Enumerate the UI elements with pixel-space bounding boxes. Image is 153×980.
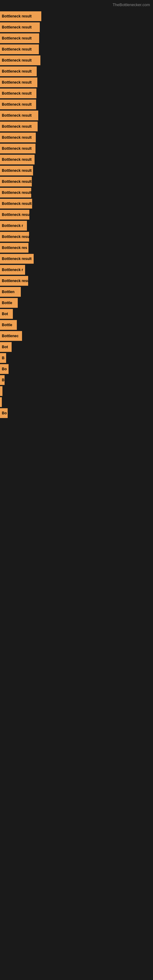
bar-row: Bottleneck result [0,78,153,87]
bar-row: B [0,375,153,385]
bar-label-26: Bottlen [2,290,14,294]
bottleneck-bar-35[interactable] [0,386,2,396]
bar-row: Bottleneck r [0,265,153,275]
bar-label-17: Bottleneck result [2,191,31,195]
bar-row: Bottleneck result [0,122,153,131]
bar-row [0,397,153,407]
bottleneck-bar-14[interactable]: Bottleneck result [0,155,35,164]
bar-label-27: Bottle [2,301,12,305]
bottleneck-bar-6[interactable]: Bottleneck result [0,67,37,76]
bar-label-24: Bottleneck r [2,268,23,272]
bar-label-30: Bottlenec [2,334,19,338]
bar-row: Bottlenec [0,331,153,341]
bar-label-16: Bottleneck result [2,180,32,184]
bottleneck-bar-23[interactable]: Bottleneck result [0,254,33,264]
bar-row [0,386,153,396]
bar-row: Bot [0,342,153,352]
bottleneck-bar-29[interactable]: Bottle [0,320,17,330]
bottleneck-bar-1[interactable]: Bottleneck result [0,11,41,21]
bottleneck-bar-3[interactable]: Bottleneck result [0,33,39,43]
bar-label-15: Bottleneck result [2,169,32,173]
bottleneck-bar-2[interactable]: Bottleneck result [0,22,40,32]
bar-row: Bottleneck result [0,133,153,142]
bottleneck-bar-9[interactable]: Bottleneck result [0,100,36,109]
bottleneck-bar-32[interactable]: B [0,353,6,363]
bar-row: Bo [0,364,153,374]
bar-row: Bottlen [0,287,153,297]
bar-label-14: Bottleneck result [2,158,32,162]
bottleneck-bar-21[interactable]: Bottleneck resu [0,232,29,242]
bar-label-13: Bottleneck result [2,146,32,151]
bar-row: Bottleneck result [0,89,153,98]
bar-label-31: Bot [2,345,8,349]
bar-row: Bottle [0,320,153,330]
bar-label-25: Bottleneck resu [2,279,28,283]
bottleneck-bar-34[interactable]: B [0,375,5,385]
bottleneck-bar-17[interactable]: Bottleneck result [0,188,31,197]
bar-row: Bottleneck resu [0,276,153,286]
bottleneck-bar-4[interactable]: Bottleneck result [0,45,39,54]
bottleneck-bar-26[interactable]: Bottlen [0,287,21,297]
bar-label-23: Bottleneck result [2,257,32,261]
bottleneck-bar-24[interactable]: Bottleneck r [0,265,25,275]
bar-label-22: Bottleneck res [2,246,27,250]
bar-label-4: Bottleneck result [2,47,32,51]
bar-label-29: Bottle [2,323,12,327]
bar-row: B [0,353,153,363]
bar-row: Bottleneck result [0,22,153,32]
bottleneck-bar-8[interactable]: Bottleneck result [0,89,37,98]
bar-label-8: Bottleneck result [2,91,32,95]
bar-label-18: Bottleneck result [2,202,32,206]
bottleneck-bar-31[interactable]: Bot [0,342,12,352]
bar-label-9: Bottleneck result [2,102,32,107]
bottleneck-bar-22[interactable]: Bottleneck res [0,243,29,253]
bar-row: Bot [0,309,153,319]
bar-label-28: Bot [2,312,8,316]
bottleneck-bar-27[interactable]: Bottle [0,298,18,308]
bottleneck-bar-12[interactable]: Bottleneck result [0,133,36,142]
bar-label-33: Bo [2,367,7,371]
bar-label-7: Bottleneck result [2,80,32,84]
bar-row: Bottleneck res [0,243,153,253]
bar-label-3: Bottleneck result [2,36,32,40]
bar-row: Bottleneck result [0,111,153,120]
bar-row: Bottleneck result [0,100,153,109]
bar-row: Bottleneck result [0,199,153,208]
bar-label-37: Bo [2,411,7,415]
bar-row: Bottle [0,298,153,308]
bottleneck-bar-13[interactable]: Bottleneck result [0,144,35,153]
bottleneck-bar-11[interactable]: Bottleneck result [0,122,38,131]
bar-label-2: Bottleneck result [2,25,32,29]
bar-label-6: Bottleneck result [2,69,32,73]
bottleneck-bar-36[interactable] [0,397,2,407]
bar-row: Bottleneck result [0,144,153,153]
bottleneck-bar-5[interactable]: Bottleneck result [0,56,40,65]
bar-label-5: Bottleneck result [2,58,32,62]
bottleneck-bar-10[interactable]: Bottleneck result [0,111,38,120]
bar-label-1: Bottleneck result [2,14,32,18]
bar-label-11: Bottleneck result [2,124,32,129]
bar-label-32: B [2,356,5,360]
bar-row: Bottleneck result [0,177,153,186]
bottleneck-bar-18[interactable]: Bottleneck result [0,199,32,208]
bar-row: Bottleneck result [0,166,153,175]
bottleneck-bar-28[interactable]: Bot [0,309,13,319]
bar-row: Bottleneck result [0,188,153,197]
bottleneck-bar-37[interactable]: Bo [0,408,8,418]
bar-label-10: Bottleneck result [2,113,32,118]
bottleneck-bar-15[interactable]: Bottleneck result [0,166,33,175]
bottleneck-bar-16[interactable]: Bottleneck result [0,177,32,186]
bottleneck-bar-33[interactable]: Bo [0,364,9,374]
bar-label-34: B [2,378,5,382]
bar-row: Bottleneck result [0,11,153,21]
bar-row: Bottleneck resu [0,210,153,220]
bar-label-21: Bottleneck resu [2,235,29,239]
bar-row: Bottleneck r [0,221,153,231]
bottleneck-bar-7[interactable]: Bottleneck result [0,78,37,87]
bottleneck-bar-25[interactable]: Bottleneck resu [0,276,28,286]
bottleneck-bar-19[interactable]: Bottleneck resu [0,210,29,220]
bars-container: Bottleneck resultBottleneck resultBottle… [0,9,153,421]
bar-row: Bottleneck result [0,254,153,264]
bottleneck-bar-30[interactable]: Bottlenec [0,331,22,341]
bottleneck-bar-20[interactable]: Bottleneck r [0,221,27,231]
